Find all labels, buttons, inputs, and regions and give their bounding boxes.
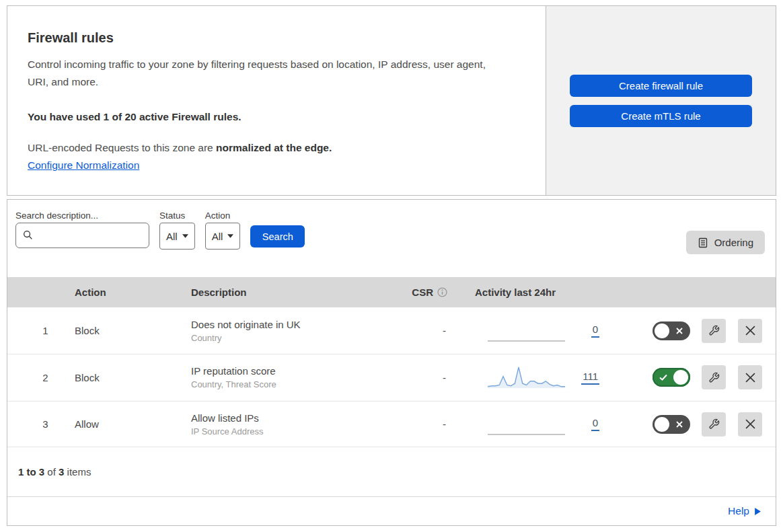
delete-rule-button[interactable] bbox=[738, 412, 762, 436]
pagination-summary: 1 to 3 of 3 items bbox=[7, 447, 776, 497]
action-filter-value: All bbox=[212, 231, 223, 242]
action-filter-group: Action All bbox=[205, 208, 241, 250]
rule-description-cell: Does not originate in UK Country bbox=[188, 319, 396, 343]
ordering-button[interactable]: Ordering bbox=[686, 231, 765, 254]
activity-sparkline bbox=[488, 318, 565, 344]
info-icon[interactable] bbox=[437, 287, 447, 297]
wrench-icon bbox=[708, 372, 720, 383]
ordering-button-label: Ordering bbox=[714, 237, 753, 248]
rule-csr-value: - bbox=[396, 372, 450, 383]
rule-enabled-toggle[interactable] bbox=[653, 321, 690, 340]
rule-enabled-toggle[interactable] bbox=[653, 368, 690, 387]
firewall-rules-list-card: Search description... Status All Action … bbox=[7, 199, 776, 526]
rule-match-fields: IP Source Address bbox=[191, 426, 396, 436]
search-input[interactable] bbox=[15, 223, 149, 248]
close-icon bbox=[745, 419, 755, 429]
x-icon bbox=[676, 421, 683, 428]
close-icon bbox=[745, 326, 755, 336]
rule-description: Allow listed IPs bbox=[191, 412, 396, 424]
toggle-knob bbox=[655, 417, 669, 432]
search-button[interactable]: Search bbox=[250, 225, 305, 248]
filter-bar: Search description... Status All Action … bbox=[7, 200, 776, 277]
rule-action: Block bbox=[71, 372, 188, 383]
search-box bbox=[15, 223, 149, 248]
rule-match-fields: Country bbox=[191, 333, 396, 343]
rule-description: Does not originate in UK bbox=[191, 319, 396, 330]
page-title: Firewall rules bbox=[28, 29, 519, 46]
x-icon bbox=[676, 328, 683, 334]
table-header: Action Description CSR Activity last 24h… bbox=[7, 277, 776, 308]
activity-sparkline bbox=[488, 365, 565, 390]
edit-rule-button[interactable] bbox=[702, 319, 726, 343]
status-filter-group: Status All bbox=[159, 208, 195, 250]
column-header-activity: Activity last 24hr bbox=[450, 287, 618, 298]
rule-csr-value: - bbox=[396, 325, 450, 336]
search-label: Search description... bbox=[15, 208, 149, 223]
toggle-knob bbox=[673, 370, 688, 385]
rule-priority: 3 bbox=[7, 418, 71, 430]
delete-rule-button[interactable] bbox=[738, 365, 762, 389]
status-filter-value: All bbox=[166, 231, 178, 242]
action-filter-select[interactable]: All bbox=[205, 223, 241, 250]
column-header-action: Action bbox=[71, 287, 188, 298]
rule-description-cell: Allow listed IPs IP Source Address bbox=[188, 412, 396, 436]
wrench-icon bbox=[708, 418, 720, 430]
search-icon bbox=[23, 230, 33, 240]
actions-panel: Create firewall rule Create mTLS rule bbox=[546, 6, 776, 195]
normalization-bold-text: normalized at the edge. bbox=[216, 142, 332, 153]
csr-header-label: CSR bbox=[412, 287, 433, 298]
create-mtls-rule-button[interactable]: Create mTLS rule bbox=[570, 105, 752, 127]
edit-rule-button[interactable] bbox=[702, 365, 726, 389]
column-header-csr: CSR bbox=[396, 287, 450, 298]
rule-description-cell: IP reputation score Country, Threat Scor… bbox=[188, 365, 396, 389]
activity-sparkline bbox=[488, 412, 565, 437]
chevron-down-icon bbox=[182, 234, 188, 238]
search-group: Search description... bbox=[15, 208, 149, 248]
edit-rule-button[interactable] bbox=[702, 412, 726, 436]
rule-controls bbox=[618, 319, 776, 343]
activity-count-link[interactable]: 0 bbox=[591, 417, 599, 431]
rule-match-fields: Country, Threat Score bbox=[191, 379, 396, 389]
configure-normalization-link[interactable]: Configure Normalization bbox=[28, 159, 139, 172]
rule-enabled-toggle[interactable] bbox=[653, 415, 690, 434]
usage-notice: You have used 1 of 20 active Firewall ru… bbox=[28, 110, 519, 124]
close-icon bbox=[745, 373, 755, 383]
firewall-rules-page: Firewall rules Control incoming traffic … bbox=[0, 0, 781, 532]
status-filter-select[interactable]: All bbox=[159, 223, 195, 250]
help-bar: Help bbox=[7, 497, 776, 525]
create-firewall-rule-button[interactable]: Create firewall rule bbox=[570, 75, 752, 97]
rule-priority: 1 bbox=[7, 325, 71, 336]
toggle-knob bbox=[655, 324, 669, 338]
items-text: items bbox=[64, 466, 91, 478]
delete-rule-button[interactable] bbox=[738, 319, 762, 343]
rule-controls bbox=[618, 412, 776, 436]
activity-count-link[interactable]: 111 bbox=[581, 371, 599, 385]
normalization-text: URL-encoded Requests to this zone are bbox=[28, 142, 216, 153]
arrow-right-icon bbox=[755, 508, 761, 515]
rule-priority: 2 bbox=[7, 372, 71, 383]
table-row: 3 Allow Allow listed IPs IP Source Addre… bbox=[7, 402, 776, 448]
help-link[interactable]: Help bbox=[728, 505, 761, 517]
page-description: Control incoming traffic to your zone by… bbox=[28, 56, 505, 91]
list-document-icon bbox=[698, 237, 708, 248]
rule-action: Allow bbox=[71, 418, 188, 430]
status-filter-label: Status bbox=[159, 208, 195, 223]
table-row: 2 Block IP reputation score Country, Thr… bbox=[7, 354, 776, 402]
rule-activity-cell: 0 bbox=[450, 412, 618, 437]
rule-activity-cell: 0 bbox=[450, 318, 618, 344]
of-text: of bbox=[44, 466, 59, 478]
help-label: Help bbox=[728, 505, 749, 517]
firewall-overview-card: Firewall rules Control incoming traffic … bbox=[7, 5, 776, 196]
rule-activity-cell: 111 bbox=[450, 365, 618, 390]
rule-description: IP reputation score bbox=[191, 365, 396, 377]
chevron-down-icon bbox=[227, 234, 233, 238]
column-header-description: Description bbox=[188, 287, 396, 298]
intro-section: Firewall rules Control incoming traffic … bbox=[7, 6, 546, 195]
check-icon bbox=[659, 374, 667, 381]
wrench-icon bbox=[708, 325, 720, 336]
rule-csr-value: - bbox=[396, 418, 450, 430]
items-range: 1 to 3 bbox=[18, 466, 44, 478]
action-filter-label: Action bbox=[205, 208, 241, 223]
normalization-notice: URL-encoded Requests to this zone are no… bbox=[28, 141, 519, 155]
activity-count-link[interactable]: 0 bbox=[591, 324, 599, 338]
